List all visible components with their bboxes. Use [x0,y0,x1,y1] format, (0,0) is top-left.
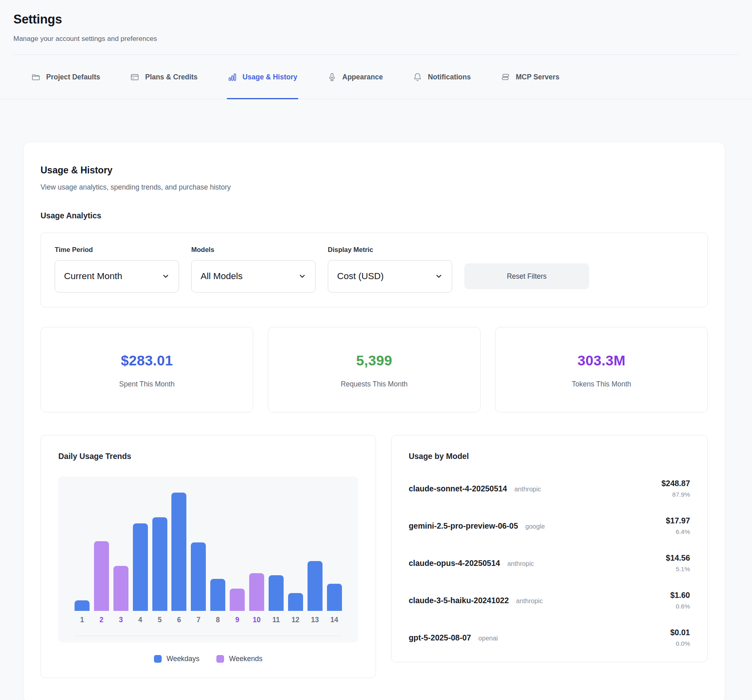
reset-filters-button[interactable]: Reset Filters [464,263,589,289]
weekends-label: Weekends [229,655,262,663]
model-row-gemini-2-5-pro-preview-06-05: gemini-2.5-pro-preview-06-05google$17.97… [409,516,690,536]
usage-by-model-title: Usage by Model [409,452,690,461]
bar-day-3-weekend [113,566,128,611]
folder-icon [31,73,41,82]
display-metric-group: Display Metric Cost (USD) [328,246,452,292]
x-tick-4: 4 [133,616,148,624]
usage-by-model-card: Usage by Model claude-sonnet-4-20250514a… [391,435,708,662]
model-info: claude-sonnet-4-20250514anthropic [409,484,541,493]
model-amount: $17.97 [666,516,690,525]
usage-analytics-heading: Usage Analytics [41,211,708,220]
stats-row: $283.01Spent This Month5,399Requests Thi… [41,327,708,412]
tab-appearance[interactable]: Appearance [327,55,384,99]
tab-label: Project Defaults [46,73,100,81]
model-row-claude-opus-4-20250514: claude-opus-4-20250514anthropic$14.565.1… [409,553,690,573]
tab-label: Notifications [428,73,471,81]
x-tick-14: 14 [327,616,342,624]
settings-tab-bar: Project DefaultsPlans & CreditsUsage & H… [0,55,752,99]
x-tick-11: 11 [269,616,284,624]
tab-mcp-servers[interactable]: MCP Servers [500,55,560,99]
section-subtitle: View usage analytics, spending trends, a… [41,183,708,192]
model-info: gpt-5-2025-08-07openai [409,633,498,642]
bar-day-6-weekday [171,493,186,611]
chart-legend: Weekdays Weekends [58,655,358,663]
display-metric-select[interactable]: Cost (USD) [328,260,452,292]
daily-usage-chart: 1234567891011121314 [58,476,358,642]
model-name: gpt-5-2025-08-07 [409,633,471,642]
stat-value: 303.3M [500,352,703,369]
credit-card-icon [130,73,139,82]
bar-day-11-weekday [269,575,284,611]
server-stack-icon [501,73,510,82]
stat-label: Spent This Month [45,380,249,388]
tab-label: MCP Servers [516,73,560,81]
bell-icon [413,73,422,82]
legend-item-weekdays: Weekdays [154,655,199,663]
stat-card-tokens-this-month: 303.3MTokens This Month [495,327,708,412]
model-provider: openai [479,635,498,642]
model-percent: 6.4% [666,528,690,536]
model-percent: 0.6% [670,603,690,610]
chart-title: Daily Usage Trends [58,452,358,461]
model-amount: $0.01 [670,628,690,637]
chevron-down-icon [435,272,443,280]
model-name: claude-sonnet-4-20250514 [409,484,507,493]
display-metric-label: Display Metric [328,246,452,254]
filters-panel: Time Period Current Month Models All Mod… [41,233,708,307]
model-name: gemini-2.5-pro-preview-06-05 [409,521,518,531]
x-tick-7: 7 [191,616,206,624]
stat-card-requests-this-month: 5,399Requests This Month [268,327,481,412]
weekends-swatch [216,655,224,663]
page-title: Settings [13,12,739,27]
display-metric-value: Cost (USD) [337,271,384,282]
model-info: claude-opus-4-20250514anthropic [409,559,534,568]
bar-day-13-weekday [308,561,323,611]
stat-label: Tokens This Month [500,380,703,388]
chart-bars [75,493,342,611]
model-cost: $0.010.0% [670,628,690,647]
model-provider: anthropic [514,486,541,493]
x-tick-8: 8 [210,616,225,624]
weekdays-label: Weekdays [167,655,199,663]
x-tick-9: 9 [230,616,245,624]
usage-by-model-list: claude-sonnet-4-20250514anthropic$248.87… [409,479,690,647]
tab-plans-credits[interactable]: Plans & Credits [129,55,198,99]
microphone-icon [327,73,337,82]
stat-card-spent-this-month: $283.01Spent This Month [41,327,253,412]
models-select[interactable]: All Models [191,260,316,292]
x-tick-10: 10 [249,616,264,624]
tab-label: Plans & Credits [145,73,197,81]
stat-label: Requests This Month [272,380,476,388]
model-cost: $17.976.4% [666,516,690,536]
bottom-panels: Daily Usage Trends 1234567891011121314 W… [41,435,708,678]
model-row-gpt-5-2025-08-07: gpt-5-2025-08-07openai$0.010.0% [409,628,690,647]
bar-day-2-weekend [94,541,109,611]
tab-notifications[interactable]: Notifications [412,55,472,99]
time-period-label: Time Period [55,246,179,254]
tab-usage-history[interactable]: Usage & History [227,55,298,99]
chart-x-axis-labels: 1234567891011121314 [75,616,342,624]
model-amount: $1.60 [670,591,690,600]
models-value: All Models [201,271,243,282]
chevron-down-icon [162,272,170,280]
weekdays-swatch [154,655,162,663]
models-label: Models [191,246,316,254]
daily-usage-trends-card: Daily Usage Trends 1234567891011121314 W… [41,435,376,678]
model-amount: $248.87 [661,479,690,488]
x-tick-1: 1 [75,616,90,624]
bar-day-12-weekday [288,593,303,611]
bar-day-7-weekday [191,542,206,611]
tab-project-defaults[interactable]: Project Defaults [30,55,101,99]
x-tick-2: 2 [94,616,109,624]
x-tick-5: 5 [152,616,167,624]
model-info: gemini-2.5-pro-preview-06-05google [409,521,545,531]
model-provider: google [526,523,545,530]
model-amount: $14.56 [666,553,690,563]
model-cost: $1.600.6% [670,591,690,610]
tab-label: Appearance [342,73,383,81]
bar-day-9-weekend [230,589,245,611]
model-row-claude-3-5-haiku-20241022: claude-3-5-haiku-20241022anthropic$1.600… [409,591,690,610]
time-period-select[interactable]: Current Month [55,260,179,292]
bar-day-14-weekday [327,584,342,611]
model-info: claude-3-5-haiku-20241022anthropic [409,596,543,605]
